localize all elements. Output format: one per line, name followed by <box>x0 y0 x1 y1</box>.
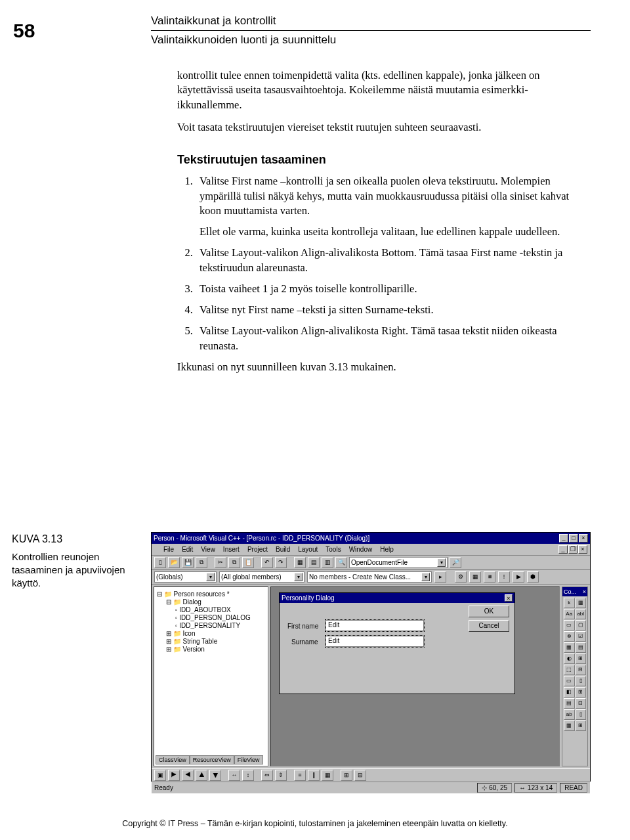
toolbox-close-icon[interactable]: × <box>583 587 586 596</box>
center-vert-icon[interactable]: ↕ <box>242 770 254 781</box>
align-left-icon[interactable]: ⯈ <box>168 770 180 781</box>
menu-help[interactable]: Help <box>380 546 394 553</box>
test-dialog-icon[interactable]: ▣ <box>154 770 166 781</box>
go-debug-icon[interactable]: ▶ <box>513 571 524 583</box>
tool-custom-icon[interactable]: ⊞ <box>576 720 587 731</box>
tree-dialog-folder[interactable]: ⊟ 📁 Dialog <box>157 598 265 606</box>
tool-treectrl-icon[interactable]: ⊞ <box>576 687 587 697</box>
maximize-icon[interactable]: □ <box>569 534 578 542</box>
dialog-close-icon[interactable]: × <box>505 594 513 602</box>
center-horiz-icon[interactable]: ↔ <box>228 770 240 781</box>
tab-classview[interactable]: ClassView <box>156 755 190 764</box>
tool-static-text-icon[interactable]: Aa <box>564 609 575 619</box>
save-icon[interactable]: 💾 <box>182 557 194 568</box>
menu-tools[interactable]: Tools <box>326 546 341 553</box>
tool-radio-icon[interactable]: ⊗ <box>564 631 575 642</box>
menu-project[interactable]: Project <box>247 546 268 553</box>
execute-icon[interactable]: ! <box>498 571 510 583</box>
align-top-icon[interactable]: ⯅ <box>196 770 207 781</box>
menu-file[interactable]: File <box>163 546 174 553</box>
tool-hotkey-icon[interactable]: ▯ <box>576 676 587 686</box>
resource-tree[interactable]: ⊟ 📁 Person resources * ⊟ 📁 Dialog ▫ IDD_… <box>154 586 268 766</box>
toggle-guides-icon[interactable]: ⊟ <box>354 770 366 781</box>
tool-combobox-icon[interactable]: ▦ <box>564 642 575 653</box>
tool-listbox-icon[interactable]: ▤ <box>576 642 587 653</box>
cut-icon[interactable]: ✂ <box>215 557 226 568</box>
tool-listctrl-icon[interactable]: ◧ <box>564 687 575 697</box>
copy-icon[interactable]: ⧉ <box>228 557 240 568</box>
space-down-icon[interactable]: ⇕ <box>275 770 287 781</box>
tool-picture-icon[interactable]: ▦ <box>576 598 587 608</box>
menu-view[interactable]: View <box>201 546 215 553</box>
align-bottom-icon[interactable]: ⯆ <box>209 770 221 781</box>
go-icon[interactable]: ▸ <box>434 571 446 583</box>
output-icon[interactable]: ▤ <box>308 557 320 568</box>
tree-item-person-dialog[interactable]: ▫ IDD_PERSON_DIALOG <box>157 614 265 621</box>
members-combo[interactable]: (All global members) ▾ <box>219 571 304 583</box>
tab-fileview[interactable]: FileView <box>234 755 263 764</box>
tool-animate-icon[interactable]: ⊟ <box>576 698 587 709</box>
compile-icon[interactable]: ⚙ <box>455 571 467 583</box>
paste-icon[interactable]: 📋 <box>242 557 254 568</box>
tree-icon-folder[interactable]: ⊞ 📁 Icon <box>157 630 265 637</box>
find-in-files-icon[interactable]: 🔎 <box>450 557 461 568</box>
tool-spin-icon[interactable]: ⬚ <box>564 665 575 675</box>
chevron-down-icon[interactable]: ▾ <box>437 558 446 567</box>
open-doc-combo[interactable]: OpenDocumentFile ▾ <box>349 557 448 568</box>
menu-window[interactable]: Window <box>349 546 373 553</box>
chevron-down-icon[interactable]: ▾ <box>421 573 430 581</box>
tool-monthcal-icon[interactable]: ▦ <box>564 720 575 731</box>
tree-version[interactable]: ⊞ 📁 Version <box>157 646 265 653</box>
tool-button-icon[interactable]: ▢ <box>576 620 587 630</box>
first-name-label[interactable]: First name <box>287 623 318 630</box>
stop-build-icon[interactable]: ◾ <box>484 571 495 583</box>
same-width-icon[interactable]: ≡ <box>294 770 306 781</box>
window-list-icon[interactable]: ▥ <box>322 557 333 568</box>
space-across-icon[interactable]: ⇔ <box>261 770 273 781</box>
same-size-icon[interactable]: ▦ <box>322 770 333 781</box>
mdi-close-icon[interactable]: × <box>578 545 587 554</box>
find-icon[interactable]: 🔍 <box>335 557 347 568</box>
undo-icon[interactable]: ↶ <box>261 557 273 568</box>
tool-vscroll-icon[interactable]: ⊞ <box>576 653 587 664</box>
open-file-icon[interactable]: 📂 <box>168 557 180 568</box>
menu-build[interactable]: Build <box>276 546 290 553</box>
tool-richedit-icon[interactable]: ab <box>564 709 575 720</box>
ok-button[interactable]: OK <box>469 606 509 617</box>
tool-group-box-icon[interactable]: ▭ <box>564 620 575 630</box>
cancel-button[interactable]: Cancel <box>469 620 509 632</box>
dialog-designer[interactable]: Personality Dialog × OK Cancel First nam… <box>270 586 560 766</box>
align-right-icon[interactable]: ⯇ <box>182 770 194 781</box>
mdi-minimize-icon[interactable]: _ <box>558 545 568 554</box>
dialog-preview[interactable]: Personality Dialog × OK Cancel First nam… <box>279 592 515 694</box>
menu-edit[interactable]: Edit <box>182 546 193 553</box>
menu-insert[interactable]: Insert <box>223 546 240 553</box>
tool-progress-icon[interactable]: ⊟ <box>576 665 587 675</box>
surname-edit[interactable]: Edit <box>326 636 424 647</box>
chevron-down-icon[interactable]: ▾ <box>294 573 303 581</box>
create-class-combo[interactable]: No members - Create New Class... ▾ <box>307 571 432 583</box>
build-icon[interactable]: ▦ <box>469 571 481 583</box>
menu-layout[interactable]: Layout <box>298 546 318 553</box>
tool-edit-box-icon[interactable]: abl <box>576 609 587 619</box>
minimize-icon[interactable]: _ <box>559 534 568 542</box>
tool-slider-icon[interactable]: ▭ <box>564 676 575 686</box>
workspace-icon[interactable]: ▦ <box>294 557 306 568</box>
same-height-icon[interactable]: ‖ <box>308 770 320 781</box>
tool-pointer-icon[interactable]: k <box>564 598 575 608</box>
new-file-icon[interactable]: ▯ <box>154 557 166 568</box>
tree-root[interactable]: ⊟ 📁 Person resources * <box>157 590 265 598</box>
globals-combo[interactable]: (Globals) ▾ <box>154 571 217 583</box>
surname-label[interactable]: Surname <box>291 638 318 646</box>
tool-hscroll-icon[interactable]: ◐ <box>564 653 575 664</box>
mdi-restore-icon[interactable]: ❐ <box>568 545 578 554</box>
first-name-edit[interactable]: Edit <box>326 620 424 631</box>
redo-icon[interactable]: ↷ <box>275 557 287 568</box>
tree-string-table[interactable]: ⊞ 📁 String Table <box>157 638 265 645</box>
save-all-icon[interactable]: ⧉ <box>196 557 207 568</box>
tool-datetime-icon[interactable]: ▯ <box>576 709 587 720</box>
tab-resourceview[interactable]: ResourceView <box>190 755 234 764</box>
tree-item-personality[interactable]: ▫ IDD_PERSONALITY <box>157 622 265 629</box>
tool-tab-icon[interactable]: ▤ <box>564 698 575 709</box>
breakpoint-icon[interactable]: ⬢ <box>527 571 539 583</box>
